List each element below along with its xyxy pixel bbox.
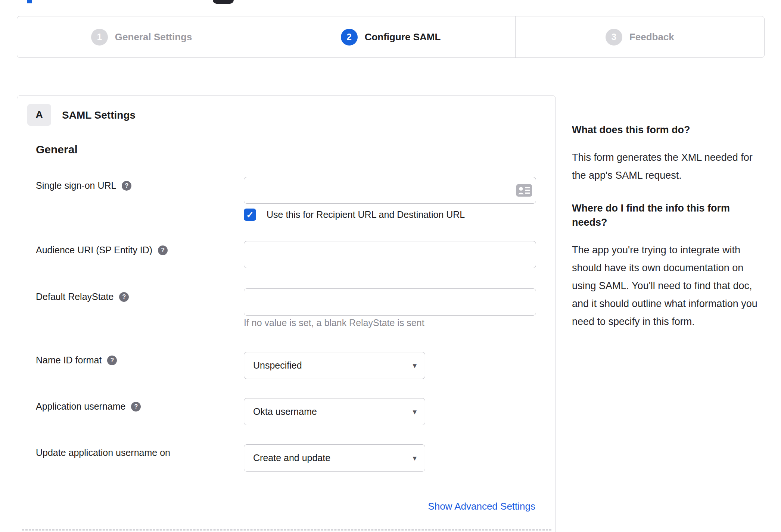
recipient-url-checkbox-label: Use this for Recipient URL and Destinati… <box>267 209 465 220</box>
help-icon[interactable]: ? <box>158 245 168 255</box>
relaystate-label-row: Default RelayState ? <box>36 291 129 303</box>
step-general-settings[interactable]: 1 General Settings <box>17 16 266 57</box>
relaystate-hint: If no value is set, a blank RelayState i… <box>244 317 424 328</box>
step-label: General Settings <box>115 31 192 43</box>
sidebar-paragraph-where: The app you're trying to integrate with … <box>572 241 760 331</box>
step-feedback[interactable]: 3 Feedback <box>515 16 764 57</box>
section-a-badge: A <box>27 104 51 126</box>
sidebar-heading-where: Where do I find the info this form needs… <box>572 201 760 229</box>
general-group-heading: General <box>36 143 78 156</box>
contact-card-icon <box>516 184 532 198</box>
sso-url-input[interactable] <box>244 177 536 204</box>
sso-checkbox-row: ✓ Use this for Recipient URL and Destina… <box>244 209 465 221</box>
checkmark-icon: ✓ <box>246 210 253 220</box>
step-configure-saml[interactable]: 2 Configure SAML <box>266 16 515 57</box>
app-username-select[interactable]: Okta username ▾ <box>244 398 425 425</box>
chevron-down-icon: ▾ <box>413 454 417 462</box>
step-label: Configure SAML <box>365 31 441 43</box>
update-username-label-row: Update application username on <box>36 447 170 459</box>
name-id-format-label-row: Name ID format ? <box>36 354 117 366</box>
sidebar-heading-what: What does this form do? <box>572 123 760 137</box>
name-id-format-select[interactable]: Unspecified ▾ <box>244 352 425 379</box>
update-username-select[interactable]: Create and update ▾ <box>244 444 425 472</box>
help-icon[interactable]: ? <box>119 292 129 302</box>
cutoff-header-fragment <box>213 0 234 4</box>
update-username-value: Create and update <box>253 453 330 463</box>
help-sidebar: What does this form do? This form genera… <box>572 123 760 331</box>
section-divider-dashed <box>22 529 551 531</box>
app-username-value: Okta username <box>253 406 317 417</box>
step-label: Feedback <box>629 31 674 43</box>
wizard-stepper: 1 General Settings 2 Configure SAML 3 Fe… <box>17 16 765 58</box>
help-icon[interactable]: ? <box>107 356 117 365</box>
step-number-badge: 1 <box>91 29 108 46</box>
audience-uri-input[interactable] <box>244 241 536 268</box>
help-icon[interactable]: ? <box>131 402 141 411</box>
step-number-badge: 2 <box>341 29 358 46</box>
section-title: SAML Settings <box>62 109 136 121</box>
recipient-url-checkbox[interactable]: ✓ <box>244 209 256 221</box>
show-advanced-settings-link[interactable]: Show Advanced Settings <box>428 501 535 512</box>
chevron-down-icon: ▾ <box>413 362 417 369</box>
app-username-label: Application username <box>36 400 125 413</box>
audience-uri-label: Audience URI (SP Entity ID) <box>36 244 152 256</box>
saml-settings-card: A SAML Settings General Single sign-on U… <box>17 95 556 532</box>
audience-uri-label-row: Audience URI (SP Entity ID) ? <box>36 244 168 256</box>
step-number-badge: 3 <box>606 29 622 46</box>
sso-url-label: Single sign-on URL <box>36 179 116 192</box>
sidebar-paragraph-what: This form generates the XML needed for t… <box>572 148 760 184</box>
configure-saml-page: 1 General Settings 2 Configure SAML 3 Fe… <box>0 0 781 532</box>
name-id-format-label: Name ID format <box>36 354 102 366</box>
relaystate-input[interactable] <box>244 288 536 316</box>
app-username-label-row: Application username ? <box>36 400 141 413</box>
cutoff-logo-fragment <box>27 0 32 3</box>
relaystate-label: Default RelayState <box>36 291 113 303</box>
update-username-label: Update application username on <box>36 447 170 459</box>
help-icon[interactable]: ? <box>122 181 131 191</box>
sso-url-label-row: Single sign-on URL ? <box>36 179 131 192</box>
name-id-format-value: Unspecified <box>253 360 302 371</box>
chevron-down-icon: ▾ <box>413 408 417 416</box>
